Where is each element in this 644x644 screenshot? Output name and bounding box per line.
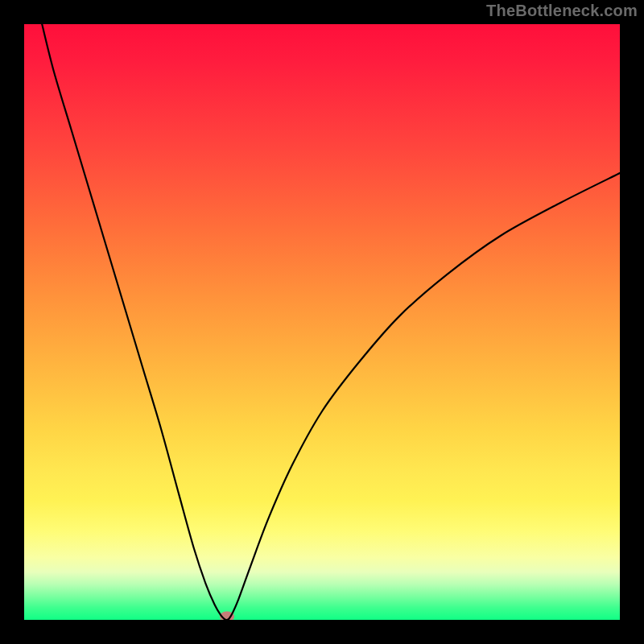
chart-frame: TheBottleneck.com bbox=[0, 0, 644, 644]
curve-layer bbox=[24, 24, 620, 620]
bottleneck-curve bbox=[42, 24, 620, 620]
watermark-label: TheBottleneck.com bbox=[486, 2, 638, 20]
plot-area bbox=[24, 24, 620, 620]
